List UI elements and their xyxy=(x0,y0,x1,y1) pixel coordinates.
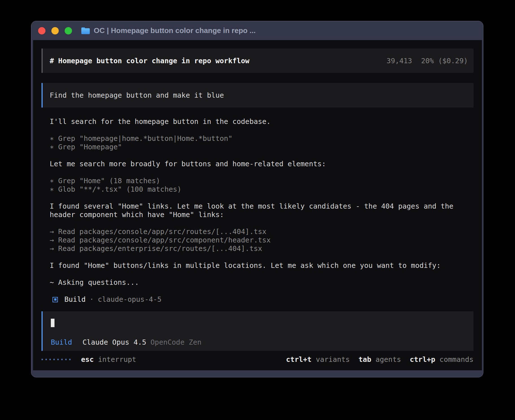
status-shortcuts: ctrl+t variants tab agents ctrl+p comman… xyxy=(286,355,473,364)
tool-call-line: ∗ Glob "**/*.tsx" (100 matches) xyxy=(50,185,473,194)
file-read-line: → Read packages/console/app/src/routes/[… xyxy=(50,228,473,236)
window-titlebar[interactable]: OC | Homepage button color change in rep… xyxy=(31,21,483,40)
token-count: 39,413 xyxy=(387,57,412,65)
user-message: Find the homepage button and make it blu… xyxy=(42,83,473,108)
assistant-text: Let me search more broadly for buttons a… xyxy=(42,160,473,168)
active-agent-label: Build xyxy=(51,338,72,346)
close-button[interactable] xyxy=(38,27,45,34)
spinner-dot xyxy=(69,359,71,360)
desktop: OC | Homepage button color change in rep… xyxy=(0,0,515,420)
window-title: OC | Homepage button color change in rep… xyxy=(94,26,256,35)
spinner-dots xyxy=(42,359,71,360)
zoom-button[interactable] xyxy=(65,27,72,34)
subagent-row: Build · claude-opus-4-5 xyxy=(42,295,473,304)
tool-call-line: ∗ Grep "Homepage" xyxy=(50,143,473,151)
shortcut-agents: tab agents xyxy=(359,355,401,364)
text-cursor xyxy=(51,319,54,327)
active-model-label: Claude Opus 4.5 xyxy=(82,338,146,346)
provider-label: OpenCode Zen xyxy=(150,338,202,346)
assistant-text: I'll search for the homepage button in t… xyxy=(42,117,473,126)
file-read-line: → Read packages/enterprise/src/routes/[.… xyxy=(50,244,473,253)
task-status-line: ~ Asking questions... xyxy=(42,278,473,287)
esc-key: esc xyxy=(81,355,94,364)
agent-task-icon xyxy=(53,297,58,302)
agent-name: Build xyxy=(64,295,86,304)
file-read-line: → Read packages/console/app/src/componen… xyxy=(50,236,473,244)
terminal-window: OC | Homepage button color change in rep… xyxy=(31,21,483,377)
tool-call-group: ∗ Grep "Home" (18 matches) ∗ Glob "**/*.… xyxy=(42,177,473,194)
tool-call-group: ∗ Grep "homepage|home.*button|Home.*butt… xyxy=(42,134,473,151)
session-stats: 39,413 20% ($0.29) xyxy=(387,57,468,65)
tool-call-line: ∗ Grep "homepage|home.*button|Home.*butt… xyxy=(50,134,473,143)
terminal-content: # Homepage button color change in repo w… xyxy=(33,40,482,370)
session-title: # Homepage button color change in repo w… xyxy=(50,57,249,65)
user-message-text: Find the homepage button and make it blu… xyxy=(50,91,224,99)
status-left: esc interrupt xyxy=(42,355,136,364)
spinner-dot xyxy=(49,359,51,360)
spinner-dot xyxy=(53,359,55,360)
status-bar: esc interrupt ctrl+t variants tab agents… xyxy=(42,355,473,364)
minimize-button[interactable] xyxy=(51,27,59,34)
model-indicator-row: Build Claude Opus 4.5 OpenCode Zen xyxy=(51,338,466,346)
shortcut-variants: ctrl+t variants xyxy=(286,355,350,364)
esc-label: interrupt xyxy=(98,355,136,364)
folder-icon xyxy=(81,27,90,34)
spinner-dot xyxy=(42,359,43,360)
agent-model: claude-opus-4-5 xyxy=(98,295,162,304)
assistant-text: I found "Home" buttons/links in multiple… xyxy=(42,261,473,270)
spinner-dot xyxy=(57,359,59,360)
shortcut-commands: ctrl+p commands xyxy=(410,355,473,364)
spinner-dot xyxy=(45,359,47,360)
spinner-dot xyxy=(65,359,67,360)
file-read-group: → Read packages/console/app/src/routes/[… xyxy=(42,228,473,253)
context-usage-cost: 20% ($0.29) xyxy=(421,57,468,65)
session-header: # Homepage button color change in repo w… xyxy=(42,49,473,73)
tool-call-line: ∗ Grep "Home" (18 matches) xyxy=(50,177,473,185)
spinner-dot xyxy=(61,359,63,360)
prompt-input[interactable]: Build Claude Opus 4.5 OpenCode Zen xyxy=(42,311,473,351)
conversation: I'll search for the homepage button in t… xyxy=(42,117,473,304)
agent-separator: · xyxy=(90,295,94,304)
assistant-text: I found several "Home" links. Let me loo… xyxy=(42,202,473,219)
